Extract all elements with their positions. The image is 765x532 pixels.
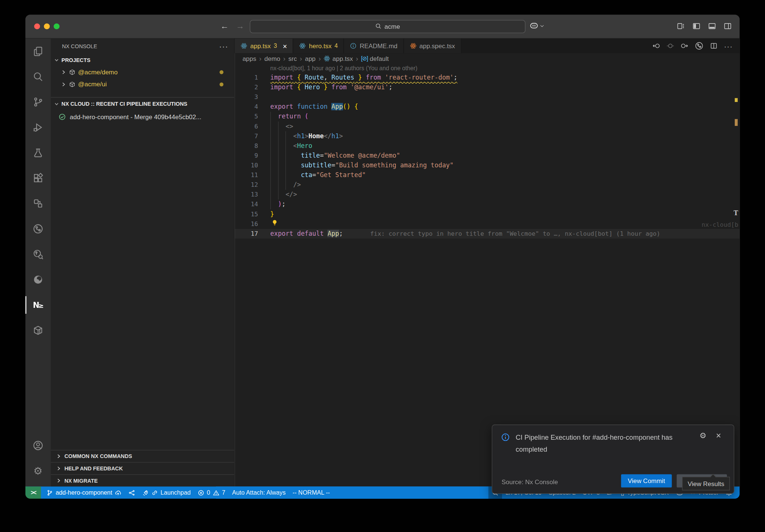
modified-dot: [220, 82, 223, 86]
code-token: Routes: [328, 74, 354, 81]
breadcrumb-item[interactable]: demo: [264, 55, 280, 62]
copilot-menu-button[interactable]: [529, 21, 544, 30]
code-line-13[interactable]: 13 </>: [235, 190, 740, 200]
breadcrumb-item[interactable]: [⊘]default: [361, 55, 389, 62]
projects-section-header[interactable]: PROJECTS: [51, 54, 234, 66]
code-line-12[interactable]: 12 />: [235, 180, 740, 190]
code-line-7[interactable]: 7 <h1>Home</h1>: [235, 131, 740, 141]
breadcrumb-item[interactable]: apps: [242, 55, 256, 62]
code-line-10[interactable]: 10 subtitle="Build something amazing tod…: [235, 161, 740, 170]
breadcrumb-item[interactable]: app.tsx: [324, 55, 353, 62]
activity-item-extensions[interactable]: [25, 166, 51, 191]
code-line-15[interactable]: 15}: [235, 209, 740, 219]
sidebar-section-common-nx-commands[interactable]: COMMON NX COMMANDS: [51, 450, 234, 462]
activity-item-references[interactable]: [25, 191, 51, 216]
pipeline-execution-item[interactable]: add-hero-component - Merge 409b44e5cb02.…: [51, 110, 234, 123]
activity-item-containers[interactable]: [25, 318, 51, 343]
close-window-button[interactable]: [34, 24, 40, 30]
activity-item-explorer[interactable]: [25, 38, 51, 64]
split-editor-icon[interactable]: [710, 42, 718, 50]
sidebar-section-help-and-feedback[interactable]: HELP AND FEEDBACK: [51, 462, 234, 474]
breadcrumb-item[interactable]: app: [305, 55, 315, 62]
code-token: Hero: [305, 83, 320, 91]
tab-hero.tsx[interactable]: hero.tsx4: [293, 38, 344, 53]
tab-README.md[interactable]: README.md: [344, 38, 404, 53]
close-icon[interactable]: ×: [716, 431, 721, 441]
activity-item-settings[interactable]: ⚙: [25, 458, 51, 483]
cube-icon: [69, 81, 75, 87]
git-graph-status[interactable]: [125, 486, 139, 499]
activity-item-accounts[interactable]: [25, 433, 51, 458]
code-line-16[interactable]: 16: [235, 219, 740, 229]
project-item[interactable]: @acme/ui: [51, 78, 234, 90]
code-editor[interactable]: nx-cloud[bot], 1 hour ago | 2 authors (Y…: [235, 64, 740, 486]
section-label: COMMON NX COMMANDS: [64, 453, 132, 459]
next-change-icon[interactable]: [681, 42, 688, 50]
activity-item-pull-requests[interactable]: [25, 216, 51, 242]
code-line-11[interactable]: 11 cta="Get Started": [235, 170, 740, 180]
breadcrumb-separator: ›: [283, 55, 285, 62]
activity-item-source-control[interactable]: [25, 89, 51, 115]
tab-app.spec.tsx[interactable]: app.spec.tsx: [404, 38, 461, 53]
remote-indicator[interactable]: ><: [25, 486, 41, 499]
code-line-14[interactable]: 14 );: [235, 200, 740, 209]
breadcrumb-item[interactable]: src: [288, 55, 297, 62]
code-token: h1: [331, 132, 339, 140]
check-circle-icon: [59, 113, 66, 120]
code-line-5[interactable]: 5 return (: [235, 112, 740, 121]
code-line-8[interactable]: 8 <Hero: [235, 141, 740, 151]
nx-cloud-section-header[interactable]: NX CLOUD :: RECENT CI PIPELINE EXECUTION…: [51, 98, 234, 110]
code-line-3[interactable]: 3: [235, 92, 740, 102]
breadcrumb-label: app: [305, 55, 315, 62]
view-commit-button[interactable]: View Commit: [621, 474, 672, 488]
chevron-right-icon: [56, 453, 62, 459]
code-line-9[interactable]: 9 title="Welcome @acme/demo": [235, 151, 740, 161]
line-number: 15: [235, 209, 258, 219]
code-token: ;: [282, 201, 285, 208]
navigate-back-icon[interactable]: ←: [219, 21, 230, 32]
code-token: 'react-router-dom': [381, 74, 453, 81]
problems-status[interactable]: 07: [194, 486, 229, 499]
notification-settings-icon[interactable]: ⚙: [700, 432, 707, 440]
toggle-panel-icon[interactable]: [708, 22, 716, 30]
info-icon: [350, 43, 357, 49]
navigate-forward-icon[interactable]: →: [234, 21, 246, 32]
activity-item-run-debug[interactable]: [25, 115, 51, 140]
more-actions-icon[interactable]: ···: [724, 42, 733, 50]
tab-app.tsx[interactable]: app.tsx3×: [235, 38, 293, 53]
chevron-right-icon: [56, 478, 62, 484]
activity-item-search[interactable]: [25, 64, 51, 89]
auto-attach-status[interactable]: Auto Attach: Always: [229, 486, 289, 499]
code-line-6[interactable]: 6 <>: [235, 121, 740, 131]
minimize-window-button[interactable]: [44, 24, 50, 30]
close-icon[interactable]: ×: [283, 42, 287, 50]
previous-change-icon[interactable]: [652, 42, 660, 50]
customize-layout-icon[interactable]: [677, 22, 685, 30]
command-center-search[interactable]: acme: [250, 20, 526, 33]
maximize-window-button[interactable]: [54, 24, 60, 30]
link-icon: [151, 489, 158, 496]
activity-item-testing[interactable]: [25, 140, 51, 166]
current-change-icon[interactable]: [666, 42, 674, 50]
branch-status[interactable]: add-hero-component: [43, 486, 125, 499]
activity-item-nx-console[interactable]: N≥: [25, 292, 51, 318]
git-graph-icon[interactable]: [695, 41, 704, 50]
code-line-4[interactable]: 4export function App() {: [235, 102, 740, 112]
code-token: "Build something amazing today": [335, 161, 453, 169]
error-icon: [198, 489, 204, 496]
code-line-1[interactable]: 1import { Route, Routes } from 'react-ro…: [235, 73, 740, 83]
line-content: </>: [270, 190, 297, 200]
activity-item-edge-tools[interactable]: [25, 267, 51, 292]
toggle-primary-sidebar-icon[interactable]: [692, 22, 700, 30]
sidebar-section-nx-migrate[interactable]: NX MIGRATE: [51, 474, 234, 487]
code-line-2[interactable]: 2import { Hero } from '@acme/ui';: [235, 83, 740, 92]
lightbulb-icon[interactable]: [271, 220, 278, 228]
toggle-secondary-sidebar-icon[interactable]: [724, 22, 732, 30]
code-line-17[interactable]: 17export default App;fix: correct typo i…: [235, 229, 740, 239]
more-actions-icon[interactable]: ···: [219, 42, 228, 51]
line-number: 5: [235, 112, 258, 121]
project-item[interactable]: @acme/demo: [51, 66, 234, 78]
activity-item-git-history[interactable]: [25, 242, 51, 267]
vim-mode-status[interactable]: -- NORMAL --: [289, 486, 333, 499]
launchpad-status[interactable]: Launchpad: [139, 486, 194, 499]
